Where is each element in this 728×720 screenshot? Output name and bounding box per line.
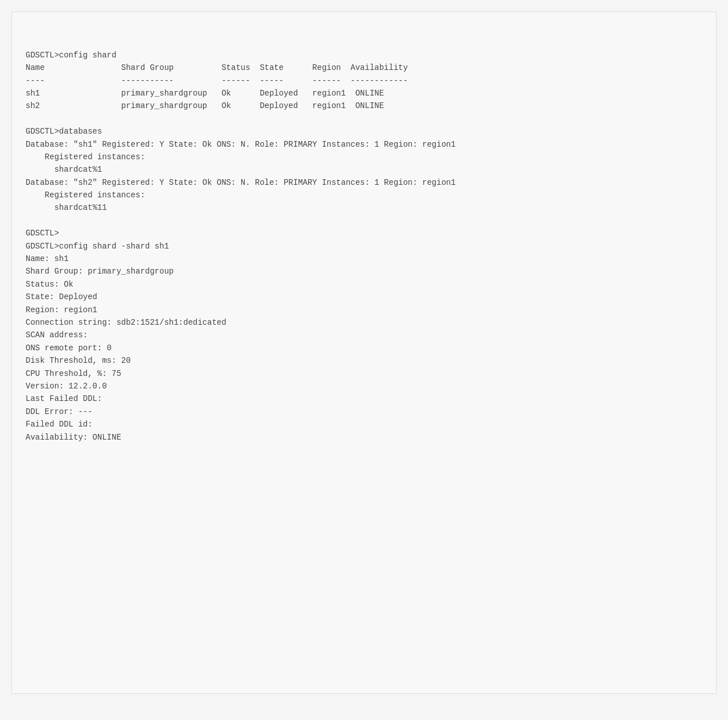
terminal-content: GDSCTL>config shard Name Shard Group Sta… [26,49,702,444]
terminal-window: GDSCTL>config shard Name Shard Group Sta… [11,11,717,694]
